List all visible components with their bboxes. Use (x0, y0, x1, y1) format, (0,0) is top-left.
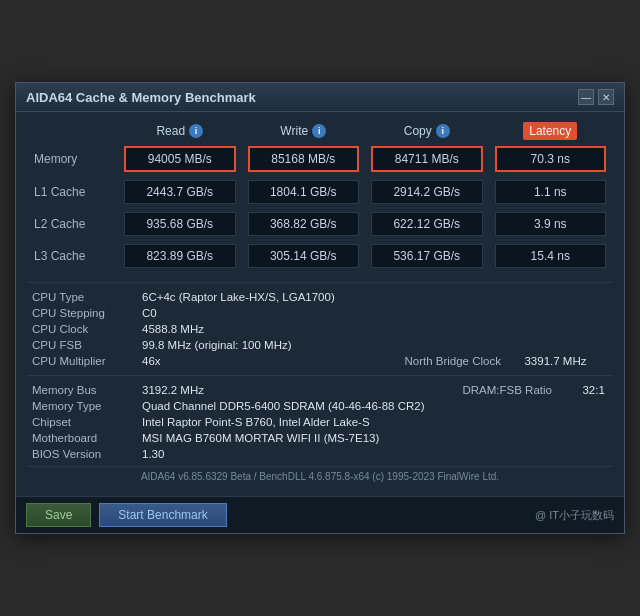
cell-latency: 3.9 ns (489, 208, 613, 240)
info-value: Intel Raptor Point-S B760, Intel Alder L… (138, 414, 458, 430)
title-bar: AIDA64 Cache & Memory Benchmark — ✕ (16, 83, 624, 112)
cell-write: 1804.1 GB/s (242, 176, 366, 208)
row-label: L2 Cache (28, 208, 118, 240)
info-row: ChipsetIntel Raptor Point-S B760, Intel … (28, 414, 612, 430)
info-label: Memory Type (28, 398, 138, 414)
info-label: Motherboard (28, 430, 138, 446)
cell-copy: 536.17 GB/s (365, 240, 489, 272)
cell-read: 823.89 GB/s (118, 240, 242, 272)
info-label: CPU FSB (28, 337, 138, 353)
cell-copy: 2914.2 GB/s (365, 176, 489, 208)
info-value: C0 (138, 305, 400, 321)
save-button[interactable]: Save (26, 503, 91, 527)
cell-read: 94005 MB/s (118, 142, 242, 176)
cell-write: 85168 MB/s (242, 142, 366, 176)
info-row: BIOS Version1.30 (28, 446, 612, 462)
info-row: CPU Multiplier46xNorth Bridge Clock3391.… (28, 353, 612, 369)
cell-copy: 84711 MB/s (365, 142, 489, 176)
info-value: 4588.8 MHz (138, 321, 400, 337)
info-label: CPU Type (28, 289, 138, 305)
cell-write: 368.82 GB/s (242, 208, 366, 240)
window-title: AIDA64 Cache & Memory Benchmark (26, 90, 256, 105)
col-header-copy: Copy i (365, 120, 489, 142)
info-value: 99.8 MHz (original: 100 MHz) (138, 337, 400, 353)
cell-latency: 70.3 ns (489, 142, 613, 176)
cell-write: 305.14 GB/s (242, 240, 366, 272)
start-benchmark-button[interactable]: Start Benchmark (99, 503, 226, 527)
info-label: Chipset (28, 414, 138, 430)
info-label: BIOS Version (28, 446, 138, 462)
info-value2: 32:1 (578, 382, 612, 398)
col-header-latency: Latency (489, 120, 613, 142)
info-label: CPU Clock (28, 321, 138, 337)
close-button[interactable]: ✕ (598, 89, 614, 105)
bottom-bar: Save Start Benchmark @ IT小子玩数码 (16, 496, 624, 533)
info-row: CPU SteppingC0 (28, 305, 612, 321)
info-row: CPU FSB99.8 MHz (original: 100 MHz) (28, 337, 612, 353)
title-bar-buttons: — ✕ (578, 89, 614, 105)
copy-info-icon[interactable]: i (436, 124, 450, 138)
cell-latency: 1.1 ns (489, 176, 613, 208)
main-window: AIDA64 Cache & Memory Benchmark — ✕ Read… (15, 82, 625, 534)
cell-read: 2443.7 GB/s (118, 176, 242, 208)
info-label2: North Bridge Clock (400, 353, 520, 369)
minimize-button[interactable]: — (578, 89, 594, 105)
row-label: Memory (28, 142, 118, 176)
bench-row-l3-cache: L3 Cache823.89 GB/s305.14 GB/s536.17 GB/… (28, 240, 612, 272)
info-row: Memory Bus3192.2 MHzDRAM:FSB Ratio32:1 (28, 382, 612, 398)
main-content: Read i Write i Copy i (16, 112, 624, 496)
cpu-info-table: CPU Type6C+4c (Raptor Lake-HX/S, LGA1700… (28, 289, 612, 369)
col-header-empty (28, 120, 118, 142)
info-value: Quad Channel DDR5-6400 SDRAM (40-46-46-8… (138, 398, 458, 414)
footer-text: AIDA64 v6.85.6329 Beta / BenchDLL 4.6.87… (28, 466, 612, 488)
bench-row-l1-cache: L1 Cache2443.7 GB/s1804.1 GB/s2914.2 GB/… (28, 176, 612, 208)
info-row: Memory TypeQuad Channel DDR5-6400 SDRAM … (28, 398, 612, 414)
info-value: 3192.2 MHz (138, 382, 458, 398)
info-row: MotherboardMSI MAG B760M MORTAR WIFI II … (28, 430, 612, 446)
divider-2 (28, 375, 612, 376)
row-label: L3 Cache (28, 240, 118, 272)
benchmark-table: Read i Write i Copy i (28, 120, 612, 272)
read-info-icon[interactable]: i (189, 124, 203, 138)
divider-1 (28, 282, 612, 283)
info-label: CPU Stepping (28, 305, 138, 321)
info-label: Memory Bus (28, 382, 138, 398)
info-row: CPU Clock4588.8 MHz (28, 321, 612, 337)
info-label: CPU Multiplier (28, 353, 138, 369)
info-value: MSI MAG B760M MORTAR WIFI II (MS-7E13) (138, 430, 458, 446)
info-value: 6C+4c (Raptor Lake-HX/S, LGA1700) (138, 289, 400, 305)
row-label: L1 Cache (28, 176, 118, 208)
info-label2: DRAM:FSB Ratio (458, 382, 578, 398)
cell-latency: 15.4 ns (489, 240, 613, 272)
bench-row-memory: Memory94005 MB/s85168 MB/s84711 MB/s70.3… (28, 142, 612, 176)
cell-read: 935.68 GB/s (118, 208, 242, 240)
col-header-read: Read i (118, 120, 242, 142)
write-info-icon[interactable]: i (312, 124, 326, 138)
mem-info-table: Memory Bus3192.2 MHzDRAM:FSB Ratio32:1Me… (28, 382, 612, 462)
info-value: 1.30 (138, 446, 458, 462)
info-row: CPU Type6C+4c (Raptor Lake-HX/S, LGA1700… (28, 289, 612, 305)
info-value2: 3391.7 MHz (520, 353, 612, 369)
col-header-write: Write i (242, 120, 366, 142)
watermark: @ IT小子玩数码 (535, 503, 614, 527)
bench-row-l2-cache: L2 Cache935.68 GB/s368.82 GB/s622.12 GB/… (28, 208, 612, 240)
info-value: 46x (138, 353, 400, 369)
cell-copy: 622.12 GB/s (365, 208, 489, 240)
